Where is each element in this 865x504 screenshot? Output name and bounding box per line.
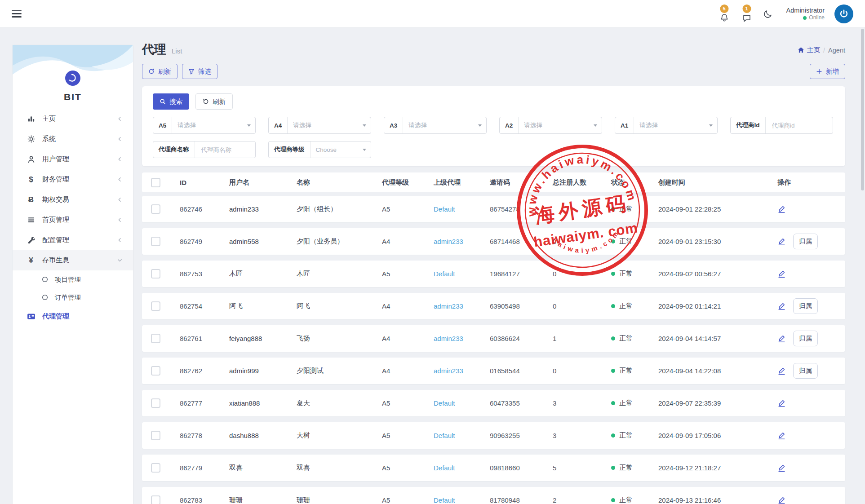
- row-checkbox[interactable]: [151, 366, 160, 376]
- assign-button[interactable]: 归属: [793, 331, 818, 346]
- text-field[interactable]: [195, 141, 256, 158]
- filter-text-input[interactable]: [200, 146, 246, 154]
- cell-agent-level: A4: [371, 238, 423, 245]
- notifications-bell[interactable]: 5: [718, 4, 731, 23]
- edit-pencil-icon[interactable]: [777, 431, 786, 440]
- assign-button[interactable]: 归属: [793, 298, 818, 314]
- yen-icon: ¥: [26, 256, 36, 264]
- parent-agent-link[interactable]: admin233: [434, 302, 463, 310]
- status-text: 正常: [619, 334, 633, 343]
- row-checkbox[interactable]: [151, 463, 160, 473]
- search-button[interactable]: 搜索: [153, 93, 189, 110]
- cell-status: 正常: [600, 496, 648, 504]
- cell-agent-level: A5: [371, 399, 423, 407]
- sidebar-item-项目管理[interactable]: 项目管理: [13, 270, 133, 288]
- assign-button[interactable]: 归属: [793, 363, 818, 379]
- sidebar-menu: 主页系统用户管理$财务管理Ƀ期权交易首页管理配置管理¥存币生息项目管理订单管理代…: [13, 109, 133, 327]
- dollar-icon: $: [26, 176, 36, 183]
- filter-button[interactable]: 筛选: [182, 64, 217, 79]
- parent-agent-link[interactable]: admin233: [434, 238, 463, 245]
- sidebar-item-首页管理[interactable]: 首页管理: [13, 210, 133, 230]
- cell-registered-count: 0: [542, 302, 600, 310]
- cell-parent-agent: admin233: [423, 367, 479, 375]
- wrench-icon: [26, 236, 36, 244]
- sidebar-item-订单管理[interactable]: 订单管理: [13, 288, 133, 306]
- filter-label: A1: [615, 117, 634, 133]
- row-checkbox[interactable]: [151, 398, 160, 408]
- filter-select-A1: A1请选择: [615, 117, 718, 134]
- dark-mode-toggle[interactable]: [763, 9, 773, 19]
- parent-agent-link[interactable]: admin233: [434, 335, 463, 342]
- parent-agent-link[interactable]: Default: [434, 399, 455, 407]
- menu-toggle-icon[interactable]: [12, 10, 22, 18]
- select-field[interactable]: 请选择: [403, 117, 486, 133]
- sidebar-item-财务管理[interactable]: $财务管理: [13, 169, 133, 190]
- row-checkbox[interactable]: [151, 431, 160, 440]
- cell-id: 862762: [169, 367, 218, 375]
- filter-text-input[interactable]: [771, 122, 823, 129]
- page-scrollbar-thumb[interactable]: [861, 29, 864, 190]
- cell-parent-agent: admin233: [423, 302, 479, 310]
- select-field[interactable]: 请选择: [634, 117, 717, 133]
- text-field[interactable]: [766, 117, 833, 133]
- sidebar-item-用户管理[interactable]: 用户管理: [13, 149, 133, 169]
- refresh-button[interactable]: 刷新: [142, 64, 177, 79]
- row-checkbox[interactable]: [151, 334, 160, 343]
- edit-pencil-icon[interactable]: [777, 205, 786, 213]
- parent-agent-link[interactable]: Default: [434, 205, 455, 213]
- edit-pencil-icon[interactable]: [777, 464, 786, 472]
- messages[interactable]: 1: [741, 4, 753, 23]
- cell-username: dashu888: [218, 432, 286, 439]
- add-button[interactable]: 新增: [810, 64, 845, 79]
- breadcrumb-home[interactable]: 主页: [798, 46, 820, 54]
- assign-button[interactable]: 归属: [793, 234, 818, 249]
- select-field[interactable]: Choose: [311, 141, 371, 158]
- filter-label: 代理商等级: [269, 141, 311, 158]
- search-refresh-button[interactable]: 刷新: [195, 93, 233, 110]
- sidebar-item-label: 存币生息: [42, 256, 69, 265]
- sidebar-item-期权交易[interactable]: Ƀ期权交易: [13, 190, 133, 210]
- select-field[interactable]: 请选择: [172, 117, 255, 133]
- parent-agent-link[interactable]: Default: [434, 496, 455, 504]
- parent-agent-link[interactable]: Default: [434, 464, 455, 472]
- row-checkbox[interactable]: [151, 204, 160, 214]
- cell-created-time: 2024-09-01 22:28:25: [648, 205, 767, 213]
- circle-icon: [41, 294, 49, 301]
- search-icon: [160, 98, 166, 105]
- select-field[interactable]: 请选择: [519, 117, 602, 133]
- parent-agent-link[interactable]: Default: [434, 432, 455, 439]
- sidebar-item-配置管理[interactable]: 配置管理: [13, 230, 133, 250]
- chevron-left-icon: [117, 177, 122, 182]
- parent-agent-link[interactable]: Default: [434, 270, 455, 278]
- avatar[interactable]: [834, 4, 853, 23]
- select-field[interactable]: 请选择: [288, 117, 371, 133]
- cell-username: 阿飞: [218, 302, 286, 310]
- row-checkbox[interactable]: [151, 301, 160, 311]
- cell-created-time: 2024-09-02 00:56:27: [648, 270, 767, 278]
- sidebar-item-代理管理[interactable]: 代理管理: [13, 306, 133, 327]
- row-checkbox[interactable]: [151, 237, 160, 246]
- table-row: 862746admin233夕阳（组长）A5Default86754278正常2…: [142, 196, 845, 222]
- edit-pencil-icon[interactable]: [777, 270, 786, 278]
- sidebar-item-存币生息[interactable]: ¥存币生息: [13, 250, 133, 270]
- row-checkbox-cell: [142, 398, 169, 408]
- cell-parent-agent: Default: [423, 205, 479, 213]
- cell-operations: 归属: [767, 234, 845, 249]
- status-dot: [611, 207, 615, 211]
- edit-pencil-icon[interactable]: [777, 367, 786, 375]
- parent-agent-link[interactable]: admin233: [434, 367, 463, 375]
- sidebar-item-系统[interactable]: 系统: [13, 129, 133, 149]
- row-checkbox[interactable]: [151, 269, 160, 279]
- user-info: Administrator Online: [786, 6, 825, 21]
- sidebar-item-label: 配置管理: [42, 236, 69, 244]
- select-all-checkbox[interactable]: [151, 178, 160, 187]
- page-title: 代理: [142, 41, 166, 57]
- edit-pencil-icon[interactable]: [777, 399, 786, 407]
- row-checkbox[interactable]: [151, 495, 160, 504]
- edit-pencil-icon[interactable]: [777, 334, 786, 343]
- edit-pencil-icon[interactable]: [777, 496, 786, 504]
- chevron-left-icon: [117, 217, 122, 222]
- sidebar-item-主页[interactable]: 主页: [13, 109, 133, 129]
- edit-pencil-icon[interactable]: [777, 237, 786, 246]
- edit-pencil-icon[interactable]: [777, 302, 786, 310]
